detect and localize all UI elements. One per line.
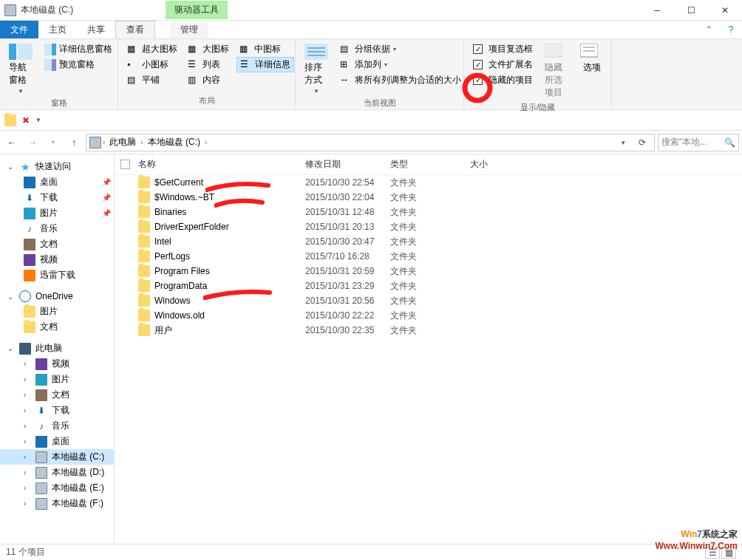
search-input[interactable]: 搜索"本地... 🔍 [658, 134, 739, 151]
nav-documents[interactable]: 文档 [0, 236, 114, 252]
file-row[interactable]: Windows.old2015/10/30 22:22文件夹 [115, 308, 742, 323]
chevron-right-icon[interactable]: › [103, 138, 105, 146]
details-pane-button[interactable]: 详细信息窗格 [41, 42, 115, 56]
file-row[interactable]: Intel2015/10/30 20:47文件夹 [115, 234, 742, 249]
tab-manage[interactable]: 管理 [170, 21, 208, 38]
crumb-drive-c[interactable]: 本地磁盘 (C:) [145, 136, 203, 148]
group-by-button[interactable]: ▤分组依据▾ [337, 42, 464, 56]
preview-pane-button[interactable]: 预览窗格 [41, 58, 115, 72]
address-dropdown-icon[interactable]: ▾ [614, 139, 632, 146]
nav-drive-d[interactable]: ›本地磁盘 (D:) [0, 465, 114, 480]
nav-downloads[interactable]: ⬇下载📌 [0, 190, 114, 205]
nav-music[interactable]: ♪音乐 [0, 221, 114, 236]
nav-pc-documents[interactable]: ›文档 [0, 387, 114, 403]
item-checkboxes-toggle[interactable]: ✓项目复选框 [470, 42, 536, 56]
layout-large[interactable]: ▦大图标 [185, 42, 232, 56]
help-icon[interactable]: ? [720, 21, 742, 38]
recent-locations-button[interactable]: ▾ [44, 134, 62, 151]
hidden-items-toggle[interactable]: ✓隐藏的项目 [470, 73, 536, 87]
nav-pc-desktop[interactable]: ›桌面 [0, 434, 114, 449]
ribbon-collapse-icon[interactable]: ⌃ [698, 21, 720, 38]
file-list[interactable]: $GetCurrent2015/10/30 22:54文件夹$Windows.~… [115, 175, 742, 544]
forward-button[interactable]: → [24, 134, 41, 151]
download-icon: ⬇ [35, 405, 47, 417]
chevron-right-icon[interactable]: › [140, 138, 143, 146]
column-type[interactable]: 类型 [390, 158, 470, 171]
layout-extra-large[interactable]: ▦超大图标 [124, 42, 180, 56]
ribbon-group-panes: 导航窗格 ▼ 详细信息窗格 预览窗格 窗格 [0, 39, 118, 109]
file-row[interactable]: ProgramData2015/10/31 23:29文件夹 [115, 279, 742, 293]
file-row[interactable]: Program Files2015/10/31 20:59文件夹 [115, 264, 742, 279]
nav-drive-f[interactable]: ›本地磁盘 (F:) [0, 496, 114, 511]
layout-tiles[interactable]: ▤平铺 [124, 73, 180, 87]
fit-columns-button[interactable]: ↔将所有列调整为合适的大小 [337, 73, 464, 87]
folder-icon [138, 250, 150, 262]
file-row[interactable]: Windows2015/10/31 20:56文件夹 [115, 293, 742, 308]
delete-icon[interactable]: ✖ [22, 115, 30, 126]
file-date: 2015/10/30 22:35 [305, 325, 390, 335]
maximize-button[interactable]: ☐ [674, 0, 708, 21]
file-row[interactable]: PerfLogs2015/7/10 16:28文件夹 [115, 249, 742, 264]
up-button[interactable]: ↑ [65, 134, 83, 151]
file-extensions-toggle[interactable]: ✓文件扩展名 [470, 58, 536, 72]
layout-small[interactable]: ▪小图标 [124, 57, 180, 72]
search-icon: 🔍 [724, 137, 735, 148]
column-date[interactable]: 修改日期 [305, 158, 390, 171]
nav-this-pc[interactable]: ⌄此电脑 [0, 341, 114, 356]
nav-pc-pictures[interactable]: ›图片 [0, 372, 114, 387]
layout-medium[interactable]: ▦中图标 [236, 42, 294, 56]
nav-videos[interactable]: 视频 [0, 252, 114, 267]
minimize-button[interactable]: ─ [640, 0, 674, 21]
window-title: 本地磁盘 (C:) [21, 4, 73, 16]
context-tab-drive-tools[interactable]: 驱动器工具 [166, 1, 228, 19]
back-button[interactable]: ← [3, 134, 21, 151]
layout-list[interactable]: ☰列表 [185, 57, 232, 72]
item-count: 11 个项目 [6, 546, 45, 559]
nav-pictures[interactable]: 图片📌 [0, 205, 114, 221]
close-button[interactable]: ✕ [708, 0, 742, 21]
file-row[interactable]: 用户2015/10/30 22:35文件夹 [115, 323, 742, 338]
crumb-this-pc[interactable]: 此电脑 [106, 136, 139, 148]
navigation-pane[interactable]: ⌄★快速访问 桌面📌 ⬇下载📌 图片📌 ♪音乐 文档 视频 迅雷下载 ⌄OneD… [0, 154, 115, 544]
file-row[interactable]: Binaries2015/10/31 12:48文件夹 [115, 205, 742, 219]
group-label-show-hide: 显示/隐藏 [470, 100, 605, 116]
nav-quick-access[interactable]: ⌄★快速访问 [0, 159, 114, 174]
chevron-right-icon[interactable]: › [205, 138, 207, 146]
file-row[interactable]: DriverExpertFolder2015/10/31 20:13文件夹 [115, 219, 742, 234]
file-row[interactable]: $GetCurrent2015/10/30 22:54文件夹 [115, 175, 742, 190]
star-icon: ★ [19, 161, 31, 173]
select-all-checkbox[interactable] [120, 160, 130, 169]
chevron-down-icon[interactable]: ▼ [35, 117, 41, 123]
nav-drive-c[interactable]: ›本地磁盘 (C:) [0, 449, 114, 465]
nav-desktop[interactable]: 桌面📌 [0, 174, 114, 190]
folder-icon[interactable] [4, 115, 16, 126]
sort-button[interactable]: 排序方式 ▼ [302, 42, 331, 96]
nav-pc-music[interactable]: ›♪音乐 [0, 418, 114, 434]
nav-xunlei[interactable]: 迅雷下载 [0, 267, 114, 283]
file-name: Program Files [154, 266, 210, 276]
nav-onedrive[interactable]: ⌄OneDrive [0, 289, 114, 304]
nav-pane-button[interactable]: 导航窗格 ▼ [6, 42, 35, 96]
drive-icon [35, 451, 47, 463]
breadcrumb[interactable]: › 此电脑 › 本地磁盘 (C:) › ▾ ⟳ [86, 134, 655, 151]
details-pane-icon [44, 44, 56, 55]
nav-drive-e[interactable]: ›本地磁盘 (E:) [0, 480, 114, 496]
nav-pc-downloads[interactable]: ›⬇下载 [0, 403, 114, 418]
nav-onedrive-documents[interactable]: 文档 [0, 319, 114, 335]
tab-share[interactable]: 共享 [77, 21, 115, 38]
tab-file[interactable]: 文件 [0, 21, 38, 38]
column-name[interactable]: 名称 [135, 158, 305, 171]
options-button[interactable]: 选项 [577, 42, 607, 75]
file-row[interactable]: $Windows.~BT2015/10/30 22:04文件夹 [115, 190, 742, 205]
nav-pc-videos[interactable]: ›视频 [0, 356, 114, 372]
tab-home[interactable]: 主页 [38, 21, 77, 38]
layout-content[interactable]: ▥内容 [185, 73, 232, 87]
icon-large: ▦ [188, 44, 200, 55]
column-size[interactable]: 大小 [470, 158, 529, 171]
refresh-button[interactable]: ⟳ [633, 137, 651, 148]
nav-onedrive-pictures[interactable]: 图片 [0, 304, 114, 319]
status-bar: 11 个项目 ☰ ▦ [0, 544, 742, 560]
add-columns-button[interactable]: ⊞添加列▾ [337, 58, 464, 72]
tab-view[interactable]: 查看 [115, 21, 155, 38]
layout-details[interactable]: ☰详细信息 [236, 57, 294, 72]
